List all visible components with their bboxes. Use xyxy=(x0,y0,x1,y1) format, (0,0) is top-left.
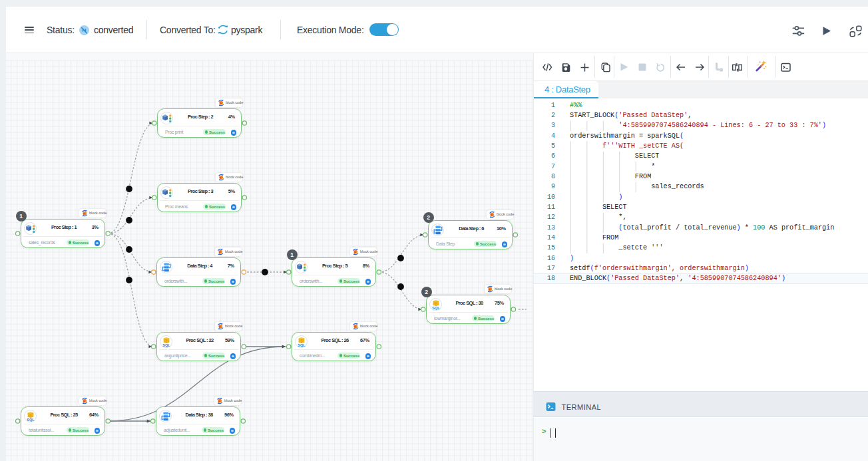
svg-text:SQL: SQL xyxy=(162,343,170,347)
svg-text:SQL: SQL xyxy=(432,306,440,310)
svg-text:SQL: SQL xyxy=(27,418,35,422)
svg-text:SQL: SQL xyxy=(298,343,306,347)
